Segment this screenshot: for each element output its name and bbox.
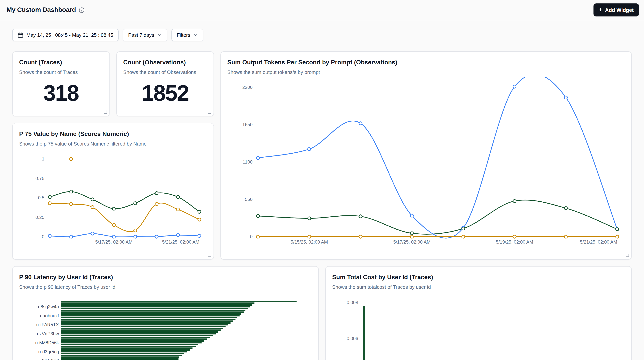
widget-grid-top: Count (Traces) Shows the count of Traces… — [12, 51, 632, 260]
svg-text:0: 0 — [250, 234, 252, 239]
svg-text:5/21/25, 02:00 AM: 5/21/25, 02:00 AM — [580, 239, 617, 244]
filters-label: Filters — [177, 32, 190, 38]
chevron-down-icon — [157, 33, 162, 37]
widget-title: Count (Traces) — [19, 58, 103, 66]
p90-latency-bar-chart[interactable]: u-8sq2w4au-aobnuxfu-tFAR5TXu-zVqP3hwu-5M… — [19, 292, 312, 360]
svg-text:0.5: 0.5 — [38, 195, 44, 200]
svg-text:1: 1 — [42, 156, 44, 161]
svg-text:5/19/25, 02:00 AM: 5/19/25, 02:00 AM — [496, 239, 533, 244]
p75-by-name-line-chart[interactable]: 00.250.50.7515/17/25, 02:00 AM5/21/25, 0… — [19, 149, 207, 254]
widget-count-traces: Count (Traces) Shows the count of Traces… — [12, 51, 110, 116]
page-title: My Custom Dashboard — [6, 6, 76, 14]
resize-handle-icon[interactable] — [626, 253, 629, 257]
tokens-by-prompt-line-chart[interactable]: 05501100165022005/15/25, 02:00 AM5/17/25… — [227, 77, 625, 254]
widget-title: Sum Total Cost by User Id (Traces) — [332, 273, 625, 281]
svg-text:0.008: 0.008 — [347, 300, 358, 305]
date-range-picker[interactable]: May 14, 25 : 08:45 - May 21, 25 : 08:45 — [12, 29, 118, 41]
widget-count-observations: Count (Observations) Shows the count of … — [116, 51, 214, 116]
svg-text:u-d3qr5cg: u-d3qr5cg — [38, 349, 59, 354]
widget-title: Sum Output Tokens Per Second by Prompt (… — [227, 58, 625, 66]
svg-text:u-tFAR5TX: u-tFAR5TX — [36, 322, 59, 327]
chevron-down-icon — [194, 33, 198, 37]
dashboard-content: May 14, 25 : 08:45 - May 21, 25 : 08:45 … — [0, 29, 644, 360]
svg-text:u-8sq2w4a: u-8sq2w4a — [36, 304, 59, 309]
resize-handle-icon[interactable] — [208, 253, 211, 257]
svg-text:0.006: 0.006 — [347, 336, 358, 341]
date-preset-dropdown[interactable]: Past 7 days — [123, 29, 167, 41]
svg-text:u-aobnuxf: u-aobnuxf — [38, 313, 59, 318]
total-cost-bar-chart[interactable]: 0.0080.006 — [332, 292, 625, 360]
svg-text:u-5M8D56k: u-5M8D56k — [35, 340, 59, 345]
svg-text:u-zVqP3hw: u-zVqP3hw — [36, 331, 59, 336]
svg-text:2200: 2200 — [242, 85, 252, 90]
widget-title: Count (Observations) — [123, 58, 207, 66]
add-widget-label: Add Widget — [605, 7, 634, 13]
widget-title: P 90 Latency by User Id (Traces) — [19, 273, 312, 281]
svg-text:5/17/25, 02:00 AM: 5/17/25, 02:00 AM — [393, 239, 430, 244]
calendar-icon — [18, 32, 23, 38]
widget-grid-bottom: P 90 Latency by User Id (Traces) Shows t… — [12, 266, 632, 360]
widget-title: P 75 Value by Name (Scores Numeric) — [19, 130, 207, 138]
svg-text:0.75: 0.75 — [36, 176, 44, 181]
svg-text:0: 0 — [42, 234, 44, 239]
widget-subtitle: Shows the p 90 latency of Traces by user… — [19, 284, 312, 291]
date-range-label: May 14, 25 : 08:45 - May 21, 25 : 08:45 — [26, 32, 113, 38]
svg-text:1650: 1650 — [242, 122, 252, 127]
svg-text:5/21/25, 02:00 AM: 5/21/25, 02:00 AM — [162, 239, 199, 244]
resize-handle-icon[interactable] — [208, 110, 211, 114]
widget-subtitle: Shows the count of Observations — [123, 69, 207, 76]
filters-dropdown[interactable]: Filters — [172, 29, 204, 41]
widget-p90-latency: P 90 Latency by User Id (Traces) Shows t… — [12, 266, 319, 360]
widget-subtitle: Shows the sum output tokens/s by prompt — [227, 69, 625, 76]
dashboard-page: My Custom Dashboard + Add Widget — [0, 0, 644, 360]
count-observations-value: 1852 — [123, 82, 207, 104]
widget-sum-total-cost: Sum Total Cost by User Id (Traces) Shows… — [325, 266, 632, 360]
widget-subtitle: Shows the p 75 value of Scores Numeric f… — [19, 141, 207, 147]
svg-text:5/17/25, 02:00 AM: 5/17/25, 02:00 AM — [95, 239, 132, 244]
svg-text:5/15/25, 02:00 AM: 5/15/25, 02:00 AM — [290, 239, 328, 244]
date-preset-label: Past 7 days — [128, 32, 154, 38]
widget-subtitle: Shows the sum totalcost of Traces by use… — [332, 284, 625, 291]
add-widget-button[interactable]: + Add Widget — [594, 4, 639, 17]
widget-sum-output-tokens: Sum Output Tokens Per Second by Prompt (… — [220, 51, 632, 260]
resize-handle-icon[interactable] — [104, 110, 107, 114]
widget-subtitle: Shows the count of Traces — [19, 69, 103, 76]
info-icon[interactable] — [79, 7, 85, 13]
page-header: My Custom Dashboard + Add Widget — [0, 0, 644, 20]
filter-bar: May 14, 25 : 08:45 - May 21, 25 : 08:45 … — [12, 29, 632, 41]
plus-icon: + — [599, 7, 602, 13]
svg-text:550: 550 — [245, 197, 252, 202]
count-traces-value: 318 — [19, 82, 103, 104]
svg-text:0.25: 0.25 — [36, 215, 44, 220]
svg-text:1100: 1100 — [242, 159, 252, 165]
svg-text:u-8fVa9T3: u-8fVa9T3 — [38, 358, 59, 360]
widget-p75-value: P 75 Value by Name (Scores Numeric) Show… — [12, 123, 214, 260]
